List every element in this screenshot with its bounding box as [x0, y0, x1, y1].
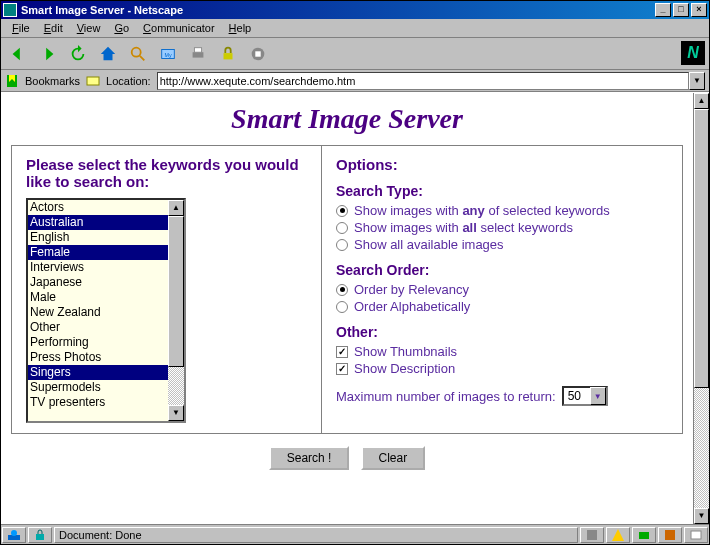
page-content: Smart Image Server Please select the key… — [1, 93, 693, 524]
svg-point-3 — [132, 47, 141, 56]
url-dropdown-button[interactable]: ▼ — [689, 72, 705, 90]
location-bar: Bookmarks Location: ▼ — [1, 70, 709, 92]
list-item[interactable]: Interviews — [28, 260, 168, 275]
radio-order-relevancy[interactable] — [336, 284, 348, 296]
status-tool4-icon[interactable] — [663, 528, 677, 542]
page-title: Smart Image Server — [11, 103, 683, 135]
page-scrollbar[interactable]: ▲ ▼ — [693, 93, 709, 524]
listbox-scrollbar[interactable]: ▲ ▼ — [168, 200, 184, 421]
location-label: Location: — [106, 75, 151, 87]
security-button[interactable] — [215, 42, 241, 66]
checkbox-description-label: Show Description — [354, 361, 455, 376]
radio-any-keywords[interactable] — [336, 205, 348, 217]
max-images-dropdown-button[interactable]: ▼ — [590, 387, 606, 405]
status-tool2-icon[interactable] — [611, 528, 625, 542]
list-item[interactable]: English — [28, 230, 168, 245]
svg-marker-19 — [612, 529, 624, 541]
radio-order-alpha[interactable] — [336, 301, 348, 313]
status-lock-icon — [33, 528, 47, 542]
list-item[interactable]: Supermodels — [28, 380, 168, 395]
home-button[interactable] — [95, 42, 121, 66]
url-input[interactable] — [157, 72, 689, 90]
scroll-thumb[interactable] — [168, 216, 184, 367]
browser-window: Smart Image Server - Netscape _ □ × File… — [0, 0, 710, 545]
menu-view[interactable]: View — [70, 20, 108, 36]
print-button[interactable] — [185, 42, 211, 66]
max-images-label: Maximum number of images to return: — [336, 389, 556, 404]
status-tool3-icon[interactable] — [637, 528, 651, 542]
menu-communicator[interactable]: Communicator — [136, 20, 222, 36]
list-item[interactable]: Press Photos — [28, 350, 168, 365]
list-item[interactable]: New Zealand — [28, 305, 168, 320]
toolbar: My N — [1, 38, 709, 70]
back-button[interactable] — [5, 42, 31, 66]
minimize-button[interactable]: _ — [655, 3, 671, 17]
menu-go[interactable]: Go — [107, 20, 136, 36]
page-scroll-thumb[interactable] — [694, 109, 709, 388]
radio-all-label: Show images with all select keywords — [354, 220, 573, 235]
bookmarks-icon[interactable] — [5, 74, 19, 88]
clear-button[interactable]: Clear — [361, 446, 426, 470]
svg-marker-0 — [13, 47, 20, 60]
status-text: Document: Done — [59, 529, 142, 541]
status-nav-icon — [7, 528, 21, 542]
list-item[interactable]: TV presenters — [28, 395, 168, 410]
list-item[interactable]: Performing — [28, 335, 168, 350]
list-item[interactable]: Actors — [28, 200, 168, 215]
svg-rect-20 — [639, 532, 649, 539]
search-form: Please select the keywords you would lik… — [11, 145, 683, 434]
radio-alpha-label: Order Alphabetically — [354, 299, 470, 314]
keywords-heading: Please select the keywords you would lik… — [26, 156, 307, 190]
list-item[interactable]: Japanese — [28, 275, 168, 290]
scroll-down-button[interactable]: ▼ — [168, 405, 184, 421]
list-item[interactable]: Female — [28, 245, 168, 260]
radio-all-keywords[interactable] — [336, 222, 348, 234]
list-item[interactable]: Other — [28, 320, 168, 335]
search-button[interactable]: Search ! — [269, 446, 350, 470]
keywords-listbox[interactable]: ActorsAustralianEnglishFemaleInterviewsJ… — [26, 198, 186, 423]
scroll-up-button[interactable]: ▲ — [168, 200, 184, 216]
maximize-button[interactable]: □ — [673, 3, 689, 17]
list-item[interactable]: Male — [28, 290, 168, 305]
checkbox-thumbnails[interactable] — [336, 346, 348, 358]
svg-rect-21 — [665, 530, 675, 540]
page-scroll-up[interactable]: ▲ — [694, 93, 709, 109]
reload-button[interactable] — [65, 42, 91, 66]
radio-relevancy-label: Order by Relevancy — [354, 282, 469, 297]
netscape-logo: N — [681, 41, 705, 65]
close-button[interactable]: × — [691, 3, 707, 17]
svg-marker-2 — [101, 46, 115, 60]
radio-all-images[interactable] — [336, 239, 348, 251]
status-tool5-icon[interactable] — [689, 528, 703, 542]
search-button[interactable] — [125, 42, 151, 66]
svg-rect-11 — [255, 51, 260, 56]
menu-edit[interactable]: Edit — [37, 20, 70, 36]
stop-button[interactable] — [245, 42, 271, 66]
svg-line-4 — [140, 55, 145, 60]
forward-button[interactable] — [35, 42, 61, 66]
page-scroll-down[interactable]: ▼ — [694, 508, 709, 524]
location-icon — [86, 74, 100, 88]
radio-any-label: Show images with any of selected keyword… — [354, 203, 610, 218]
svg-rect-17 — [36, 534, 44, 540]
svg-rect-8 — [194, 47, 201, 52]
titlebar: Smart Image Server - Netscape _ □ × — [1, 1, 709, 19]
app-icon — [3, 3, 17, 17]
statusbar: Document: Done — [1, 524, 709, 544]
menu-file[interactable]: File — [5, 20, 37, 36]
svg-point-16 — [11, 530, 17, 536]
list-item[interactable]: Singers — [28, 365, 168, 380]
window-title: Smart Image Server - Netscape — [21, 4, 183, 16]
list-item[interactable]: Australian — [28, 215, 168, 230]
status-tool1-icon[interactable] — [585, 528, 599, 542]
svg-rect-22 — [691, 531, 701, 539]
menu-help[interactable]: Help — [222, 20, 259, 36]
svg-rect-9 — [224, 53, 233, 59]
search-order-heading: Search Order: — [336, 262, 668, 278]
checkbox-description[interactable] — [336, 363, 348, 375]
max-images-select[interactable]: 50 ▼ — [562, 386, 608, 406]
bookmarks-label[interactable]: Bookmarks — [25, 75, 80, 87]
my-button[interactable]: My — [155, 42, 181, 66]
checkbox-thumbnails-label: Show Thumbnails — [354, 344, 457, 359]
menubar: File Edit View Go Communicator Help — [1, 19, 709, 38]
